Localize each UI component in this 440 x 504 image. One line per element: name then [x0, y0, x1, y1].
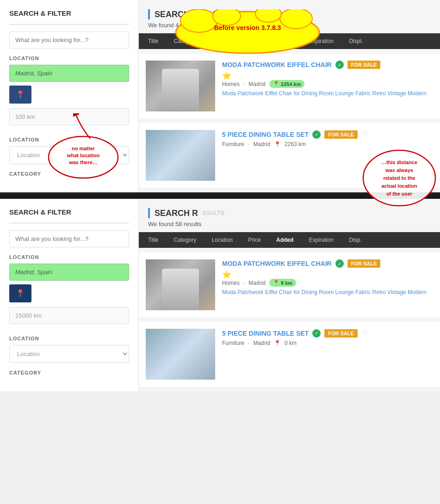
col-added: Added	[276, 38, 293, 44]
listing-item: 5 PIECE DINING TABLE SET ✓ FOR SALE ♡ Fu…	[139, 123, 440, 188]
dot3: ·	[240, 38, 241, 44]
listing-meta: Homes · Madrid 📍 2254 km	[222, 80, 433, 88]
col-expiration-b: Expiration	[309, 237, 334, 243]
listing-desc: Moda Patchwork Eiffel Chair for Dining R…	[222, 90, 433, 97]
distance-pin-icon-bottom: 📍	[273, 280, 279, 286]
listing-title[interactable]: MODA PATCHWORK EIFFEL CHAIR	[222, 61, 332, 68]
listing-location: Madrid	[253, 141, 270, 148]
bottom-sidebar: SEARCH & FILTER LOCATION 📍 LOCATION Loca…	[0, 199, 139, 391]
star-row: ⭐	[222, 71, 433, 80]
results-count: We found 4 results	[148, 22, 431, 29]
table-header-bottom: Title · Category · Location · Price · Ad…	[139, 232, 440, 248]
listing-distance-bottom2: 0 km	[285, 340, 297, 346]
top-panel: SEARCH & FILTER LOCATION 📍 LOCATION Loca…	[0, 0, 440, 194]
listing-title-row-bottom2: 5 PIECE DINING TABLE SET ✓ FOR SALE ♡	[222, 329, 433, 338]
for-sale-badge: FOR SALE	[347, 61, 381, 69]
km-input[interactable]	[9, 108, 129, 125]
listing-title-bottom[interactable]: MODA PATCHWORK EIFFEL CHAIR	[222, 260, 332, 267]
bottom-content: SEARCH RESULTS We found 58 results Title…	[139, 199, 440, 391]
listing-title[interactable]: 5 PIECE DINING TABLE SET	[222, 131, 309, 138]
col-title: Title	[148, 38, 158, 44]
listing-image	[146, 130, 215, 181]
col-location: Location	[212, 38, 233, 44]
location-input-bottom[interactable]	[9, 264, 129, 281]
listing-image-bottom2	[146, 329, 215, 380]
location-input[interactable]	[9, 65, 129, 82]
listing-item: MODA PATCHWORK EIFFEL CHAIR ✓ FOR SALE ⭐…	[139, 54, 440, 118]
verified-badge: ✓	[335, 61, 344, 69]
dot5: ·	[300, 38, 302, 44]
dot6: ·	[341, 38, 342, 44]
listing-content: 5 PIECE DINING TABLE SET ✓ FOR SALE ♡ Fu…	[222, 130, 433, 150]
col-display: Displ.	[349, 38, 363, 44]
col-price-b: Price	[248, 237, 260, 243]
distance-pin-icon: 📍	[273, 81, 279, 87]
results-count-bottom: We found 58 results	[148, 221, 431, 227]
listing-content-bottom2: 5 PIECE DINING TABLE SET ✓ FOR SALE ♡ Fu…	[222, 329, 433, 349]
search-input[interactable]	[9, 31, 129, 49]
star-row-bottom: ⭐	[222, 270, 433, 279]
km-input-bottom[interactable]	[9, 307, 129, 324]
distance-badge-bottom: 📍 9 km	[269, 279, 296, 287]
listing-location: Madrid	[248, 81, 266, 87]
page-wrapper: SEARCH & FILTER LOCATION 📍 LOCATION Loca…	[0, 0, 440, 391]
col-category: Category	[174, 38, 197, 44]
listing-desc-bottom: Moda Patchwork Eiffel Chair for Dining R…	[222, 289, 433, 295]
for-sale-badge-bottom2: FOR SALE	[324, 329, 358, 338]
location-select[interactable]: Location	[9, 146, 129, 164]
location-label-bottom: LOCATION	[9, 254, 129, 260]
listing-category-bottom: Homes	[222, 280, 240, 286]
sidebar-title: SEARCH & FILTER	[9, 9, 129, 17]
listing-title-row-bottom: MODA PATCHWORK EIFFEL CHAIR ✓ FOR SALE	[222, 259, 433, 268]
pin-icon: 📍	[16, 91, 25, 98]
heart-icon-bottom2[interactable]: ♡	[361, 329, 368, 338]
listing-location-bottom2: Madrid	[253, 340, 270, 346]
for-sale-badge: FOR SALE	[324, 130, 358, 139]
listing-image-bottom	[146, 259, 215, 310]
location-label: LOCATION	[9, 55, 129, 61]
search-results-title: SEARCH RESULTS	[148, 9, 431, 19]
star-icon: ⭐	[222, 72, 231, 80]
listing-meta-bottom: Homes · Madrid 📍 9 km	[222, 279, 433, 287]
pin-button[interactable]: 📍	[9, 86, 31, 104]
bottom-content-header: SEARCH RESULTS We found 58 results	[139, 199, 440, 232]
pin-button-bottom[interactable]: 📍	[9, 284, 31, 302]
location-pin-small: 📍	[274, 141, 281, 148]
pin-icon-bottom: 📍	[16, 289, 25, 297]
dot4: ·	[268, 38, 269, 44]
col-display-b: Disp.	[349, 237, 361, 243]
listing-item-bottom2: 5 PIECE DINING TABLE SET ✓ FOR SALE ♡ Fu…	[139, 322, 440, 387]
location-pin-small-bottom2: 📍	[274, 340, 281, 346]
col-location-b: Location	[212, 237, 233, 243]
category-label-bottom: CATEGORY	[9, 370, 129, 375]
dot2: ·	[203, 38, 205, 44]
listing-category-bottom2: Furniture	[222, 340, 244, 346]
top-sidebar: SEARCH & FILTER LOCATION 📍 LOCATION Loca…	[0, 0, 139, 192]
listing-distance: 2263 km	[285, 141, 306, 148]
distance-badge: 📍 2254 km	[269, 80, 304, 88]
listing-meta: Furniture · Madrid 📍 2263 km	[222, 141, 433, 148]
listing-item-bottom: MODA PATCHWORK EIFFEL CHAIR ✓ FOR SALE ⭐…	[139, 252, 440, 317]
top-content-header: SEARCH RESULTS We found 4 results	[139, 0, 440, 33]
for-sale-badge-bottom: FOR SALE	[347, 259, 381, 268]
heart-icon[interactable]: ♡	[361, 130, 368, 139]
listing-title-bottom2[interactable]: 5 PIECE DINING TABLE SET	[222, 330, 309, 337]
dot1: ·	[165, 38, 167, 44]
listing-meta-bottom2: Furniture · Madrid 📍 0 km	[222, 340, 433, 346]
col-added-b: Added	[276, 237, 293, 243]
search-input-bottom[interactable]	[9, 230, 129, 247]
listing-category: Furniture	[222, 141, 244, 148]
verified-badge: ✓	[312, 130, 321, 139]
col-expiration: Expiration	[309, 38, 334, 44]
listing-location-bottom: Madrid	[248, 280, 266, 286]
location2-label: LOCATION	[9, 137, 129, 142]
meta-dot: ·	[248, 141, 249, 148]
verified-badge-bottom2: ✓	[312, 329, 321, 338]
location2-label-bottom: LOCATION	[9, 336, 129, 341]
separator	[0, 194, 440, 199]
bottom-panel: SEARCH & FILTER LOCATION 📍 LOCATION Loca…	[0, 199, 440, 391]
listing-content-bottom: MODA PATCHWORK EIFFEL CHAIR ✓ FOR SALE ⭐…	[222, 259, 433, 295]
search-results-title-bottom: SEARCH RESULTS	[148, 208, 431, 218]
col-title-b: Title	[148, 237, 158, 243]
location-select-bottom[interactable]: Location	[9, 345, 129, 363]
